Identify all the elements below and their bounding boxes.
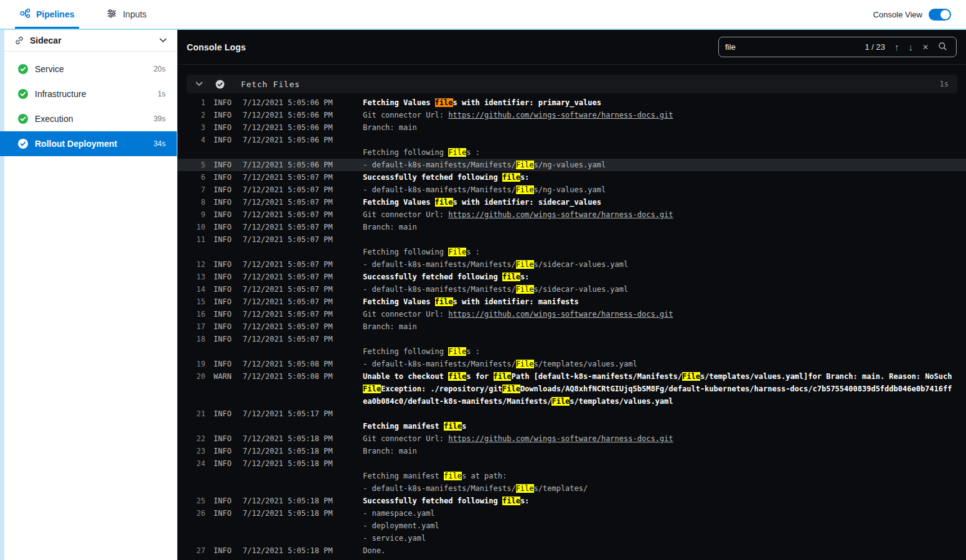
log-row[interactable]: 12INFO7/12/2021 5:05:07 PM- default-k8s-… (177, 258, 966, 271)
log-row[interactable]: 1INFO7/12/2021 5:05:06 PMFetching Values… (177, 96, 966, 109)
log-message: Git connector Url: https://github.com/wi… (363, 109, 966, 121)
section-chevron-icon[interactable] (195, 82, 203, 86)
console-view-toggle[interactable] (929, 9, 951, 21)
log-row[interactable]: - default-k8s-manifests/Manifests/Files/… (177, 482, 966, 495)
log-line-number: 24 (187, 457, 205, 470)
log-row[interactable]: 21INFO7/12/2021 5:05:17 PM (177, 408, 966, 420)
log-line-number: 8 (187, 196, 205, 208)
log-timestamp: 7/12/2021 5:05:07 PM (243, 296, 333, 308)
log-text: s (462, 422, 466, 431)
page-background-strip (0, 30, 4, 560)
log-row[interactable]: 27INFO7/12/2021 5:05:18 PMDone. (177, 544, 966, 557)
log-row[interactable]: 3INFO7/12/2021 5:05:06 PMBranch: main (177, 121, 966, 134)
search-next-button[interactable]: ↓ (906, 42, 916, 52)
log-timestamp: 7/12/2021 5:05:06 PM (243, 109, 333, 121)
log-row[interactable]: 23INFO7/12/2021 5:05:18 PMBranch: main (177, 445, 966, 457)
search-match: File (502, 385, 520, 393)
log-row[interactable]: Fetching manifest files at path: (177, 470, 966, 482)
log-line-number: 7 (187, 184, 205, 196)
chevron-down-icon[interactable] (159, 38, 167, 43)
tab-pipelines[interactable]: Pipelines (15, 0, 79, 29)
log-row[interactable]: 20WARN7/12/2021 5:05:08 PMUnable to chec… (177, 370, 966, 408)
log-text: Branch: main (363, 123, 417, 132)
stage-selector-header[interactable]: Sidecar (4, 30, 177, 52)
log-row[interactable]: 10INFO7/12/2021 5:05:07 PMBranch: main (177, 221, 966, 233)
log-row[interactable]: Fetching following Files : (177, 246, 966, 258)
log-text: Successfully fetched following (363, 497, 502, 505)
log-row[interactable]: 5INFO7/12/2021 5:05:06 PM- default-k8s-m… (177, 159, 966, 171)
log-text: s: (520, 173, 529, 182)
search-match: file (444, 472, 462, 480)
log-row[interactable]: 25INFO7/12/2021 5:05:18 PMSuccessfully f… (177, 495, 966, 507)
log-row[interactable]: 8INFO7/12/2021 5:05:07 PMFetching Values… (177, 196, 966, 208)
log-text: - service.yaml (363, 534, 426, 543)
sidebar-item-infrastructure[interactable]: Infrastructure1s (4, 82, 177, 106)
log-row[interactable]: 17INFO7/12/2021 5:05:07 PMBranch: main (177, 320, 966, 333)
log-line-number: 1 (187, 96, 205, 109)
log-row[interactable]: 26INFO7/12/2021 5:05:18 PM- namespace.ya… (177, 507, 966, 520)
sidebar-item-rollout-deployment[interactable]: Rollout Deployment34s (0, 131, 177, 156)
log-row[interactable]: 15INFO7/12/2021 5:05:07 PMFetching Value… (177, 296, 966, 308)
search-input[interactable] (725, 42, 860, 52)
sidebar-item-execution[interactable]: Execution39s (4, 106, 177, 131)
log-message: Fetching manifest files at path: (363, 470, 966, 482)
log-row[interactable]: 18INFO7/12/2021 5:05:07 PM (177, 333, 966, 345)
log-message: Successfully fetched following files: (363, 271, 966, 283)
log-text: s/templates/ (534, 484, 588, 493)
log-row[interactable]: Fetching manifest files (177, 420, 966, 432)
log-level: INFO (213, 121, 235, 134)
log-text: - default-k8s-manifests/Manifests/ (363, 484, 516, 493)
log-link[interactable]: https://github.com/wings-software/harnes… (448, 434, 673, 443)
stage-sidebar: Sidecar Service20sInfrastructure1sExecut… (4, 30, 177, 560)
log-line-number: 5 (187, 159, 205, 171)
search-match: file (448, 372, 466, 381)
log-line-number: 26 (187, 507, 205, 520)
log-row[interactable]: 7INFO7/12/2021 5:05:07 PM- default-k8s-m… (177, 184, 966, 196)
log-text: Git connector Url: (363, 210, 448, 219)
log-text: - default-k8s-manifests/Manifests/ (363, 161, 516, 169)
log-link[interactable]: https://github.com/wings-software/harnes… (448, 210, 673, 219)
log-line-number: 19 (187, 358, 205, 370)
log-link[interactable]: https://github.com/wings-software/harnes… (448, 310, 673, 319)
search-prev-button[interactable]: ↑ (892, 42, 902, 52)
log-text: s at path: (462, 472, 507, 480)
log-row[interactable]: 11INFO7/12/2021 5:05:07 PM (177, 233, 966, 246)
log-section-header[interactable]: Fetch Files 1s (187, 75, 957, 93)
tab-inputs[interactable]: Inputs (101, 0, 151, 29)
log-message: Git connector Url: https://github.com/wi… (363, 208, 966, 221)
log-row[interactable]: 2INFO7/12/2021 5:05:06 PMGit connector U… (177, 109, 966, 121)
sidebar-item-duration: 39s (154, 114, 166, 123)
log-line-number: 17 (187, 320, 205, 333)
section-title: Fetch Files (241, 80, 300, 89)
inputs-icon (106, 8, 117, 21)
log-row[interactable]: 24INFO7/12/2021 5:05:18 PM (177, 457, 966, 470)
log-row[interactable]: 14INFO7/12/2021 5:05:07 PM- default-k8s-… (177, 283, 966, 296)
log-row[interactable]: 9INFO7/12/2021 5:05:07 PMGit connector U… (177, 208, 966, 221)
search-match: File (516, 260, 534, 269)
search-icon[interactable] (936, 42, 950, 52)
log-row[interactable]: 6INFO7/12/2021 5:05:07 PMSuccessfully fe… (177, 171, 966, 184)
log-link[interactable]: https://github.com/wings-software/harnes… (448, 111, 673, 119)
link-icon (14, 35, 24, 45)
search-match: File (516, 185, 534, 194)
sidebar-item-duration: 1s (157, 90, 166, 98)
log-text: Git connector Url: (363, 434, 448, 443)
log-text: - default-k8s-manifests/Manifests/ (363, 185, 516, 194)
log-level: INFO (213, 495, 235, 507)
log-row[interactable]: 22INFO7/12/2021 5:05:18 PMGit connector … (177, 432, 966, 445)
log-row[interactable]: 13INFO7/12/2021 5:05:07 PMSuccessfully f… (177, 271, 966, 283)
log-timestamp: 7/12/2021 5:05:07 PM (243, 196, 333, 208)
log-row[interactable]: - service.yaml (177, 532, 966, 544)
log-row[interactable]: - deployment.yaml (177, 520, 966, 532)
log-row[interactable]: Fetching following Files : (177, 345, 966, 358)
log-row[interactable]: Fetching following Files : (177, 146, 966, 159)
log-list[interactable]: 1INFO7/12/2021 5:05:06 PMFetching Values… (177, 96, 966, 560)
log-timestamp: 7/12/2021 5:05:07 PM (243, 333, 333, 345)
search-clear-button[interactable]: ✕ (920, 44, 931, 51)
log-row[interactable]: 4INFO7/12/2021 5:05:06 PM (177, 134, 966, 146)
log-row[interactable]: 16INFO7/12/2021 5:05:07 PMGit connector … (177, 308, 966, 320)
log-row[interactable]: 19INFO7/12/2021 5:05:08 PM- default-k8s-… (177, 358, 966, 370)
search-match: File (551, 397, 570, 406)
log-level: INFO (213, 432, 235, 445)
sidebar-item-service[interactable]: Service20s (4, 57, 177, 82)
